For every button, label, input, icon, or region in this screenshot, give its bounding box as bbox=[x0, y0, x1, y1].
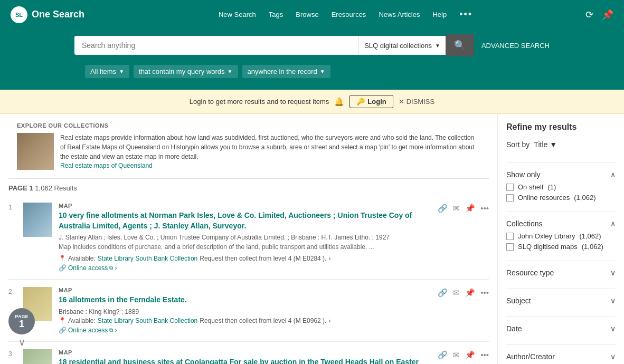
thumbnail-image bbox=[23, 349, 52, 364]
resource-type-title: Resource type bbox=[506, 269, 554, 277]
nav-tags[interactable]: Tags bbox=[269, 11, 283, 18]
sort-value-selector[interactable]: Title ▼ bbox=[534, 140, 557, 149]
online-resources-label: Online resources bbox=[518, 194, 570, 202]
slq-digitised-count: (1,062) bbox=[582, 243, 603, 251]
right-sidebar: Refine my results Sort by Title ▼ Show o… bbox=[497, 114, 624, 364]
explore-title: EXPLORE OUR COLLECTIONS bbox=[17, 122, 480, 129]
dismiss-button[interactable]: ✕ DISMISS bbox=[399, 98, 434, 106]
login-button[interactable]: 🔑 Login bbox=[349, 95, 393, 108]
nav-eresources[interactable]: Eresources bbox=[332, 11, 366, 18]
date-header[interactable]: Date ∨ bbox=[506, 324, 616, 333]
app-title: One Search bbox=[32, 9, 84, 20]
share-icon[interactable]: 🔗 bbox=[438, 204, 448, 213]
more-icon[interactable]: ••• bbox=[480, 350, 489, 359]
link-icon: 🔗 bbox=[59, 327, 67, 334]
nav-more-button[interactable]: ••• bbox=[459, 9, 472, 20]
header: SL One Search New Search Tags Browse Ere… bbox=[0, 0, 624, 29]
history-icon[interactable]: ⟳ bbox=[585, 9, 593, 21]
search-button[interactable]: 🔍 bbox=[446, 34, 474, 56]
slq-digitised-checkbox[interactable] bbox=[506, 243, 514, 251]
result-thumbnail bbox=[23, 203, 52, 237]
more-icon[interactable]: ••• bbox=[480, 288, 489, 297]
result-title[interactable]: 10 very fine allotments at Norman Park I… bbox=[59, 210, 431, 231]
show-only-header[interactable]: Show only ∧ bbox=[506, 170, 616, 179]
sort-section: Sort by Title ▼ bbox=[506, 140, 616, 163]
result-actions: 🔗 ✉ 📌 ••• bbox=[438, 203, 489, 272]
on-shelf-checkbox[interactable] bbox=[506, 184, 514, 191]
advanced-search-link[interactable]: ADVANCED SEARCH bbox=[481, 42, 550, 50]
subject-header[interactable]: Subject ∨ bbox=[506, 296, 616, 305]
page-nav-down-arrow[interactable]: ∨ bbox=[18, 337, 25, 348]
filter-items-select[interactable]: All items ▼ bbox=[85, 65, 129, 78]
author-toggle[interactable]: ∨ bbox=[610, 352, 616, 361]
page-nav[interactable]: PAGE 1 bbox=[8, 308, 35, 334]
show-only-toggle[interactable]: ∧ bbox=[610, 170, 616, 179]
table-row: 3 MAP 18 residential and business sites … bbox=[8, 342, 489, 364]
share-icon[interactable]: 🔗 bbox=[438, 288, 448, 298]
login-icon-btn: 🔑 bbox=[356, 98, 365, 106]
nav-new-search[interactable]: New Search bbox=[219, 11, 256, 18]
online-arrow: › bbox=[115, 264, 117, 272]
nav-browse[interactable]: Browse bbox=[296, 11, 318, 18]
on-shelf-label: On shelf bbox=[518, 183, 543, 191]
subject-section: Subject ∨ bbox=[506, 296, 616, 317]
avail-arrow: › bbox=[328, 255, 330, 262]
search-box: SLQ digital collections ▼ bbox=[74, 36, 446, 55]
table-row: 2 MAP 16 allotments in the Ferndale Esta… bbox=[8, 280, 489, 342]
author-header[interactable]: Author/Creator ∨ bbox=[506, 352, 616, 361]
search-collection-selector[interactable]: SLQ digital collections ▼ bbox=[358, 36, 446, 55]
online-access[interactable]: 🔗 Online access ⧉ › bbox=[59, 327, 431, 334]
online-arrow: › bbox=[115, 327, 117, 334]
show-only-title: Show only bbox=[506, 170, 541, 179]
explore-text-area: Real estate maps provide information abo… bbox=[60, 133, 480, 170]
result-title[interactable]: 18 residential and business sites at Coo… bbox=[59, 357, 431, 364]
thumbnail-image bbox=[23, 203, 52, 237]
date-section: Date ∨ bbox=[506, 324, 616, 345]
collections-toggle[interactable]: ∧ bbox=[610, 219, 616, 228]
more-icon[interactable]: ••• bbox=[480, 204, 489, 213]
resource-type-header[interactable]: Resource type ∨ bbox=[506, 269, 616, 277]
email-icon[interactable]: ✉ bbox=[453, 288, 460, 298]
sort-label: Sort by bbox=[506, 140, 530, 149]
show-only-section: Show only ∧ On shelf (1) Online resource… bbox=[506, 170, 616, 212]
email-icon[interactable]: ✉ bbox=[453, 204, 460, 213]
john-oxley-checkbox[interactable] bbox=[506, 233, 514, 240]
john-oxley-count: (1,062) bbox=[579, 232, 601, 240]
result-content: MAP 10 very fine allotments at Norman Pa… bbox=[59, 203, 431, 272]
date-toggle[interactable]: ∨ bbox=[610, 324, 616, 333]
date-title: Date bbox=[506, 324, 522, 333]
on-shelf-count: (1) bbox=[547, 183, 556, 191]
results-area: EXPLORE OUR COLLECTIONS Real estate maps… bbox=[0, 114, 497, 364]
resource-type-section: Resource type ∨ bbox=[506, 269, 616, 289]
filter-2-arrow: ▼ bbox=[228, 69, 233, 74]
availability-collection-link[interactable]: State Library South Bank Collection bbox=[98, 317, 197, 324]
table-row: 1 MAP 10 very fine allotments at Norman … bbox=[8, 195, 489, 280]
subject-toggle[interactable]: ∨ bbox=[610, 296, 616, 305]
result-description: Map includes conditions of purchase, and… bbox=[59, 243, 431, 252]
collections-header[interactable]: Collections ∧ bbox=[506, 219, 616, 228]
explore-link[interactable]: Real estate maps of Queensland bbox=[60, 162, 153, 169]
filter-record-select[interactable]: anywhere in the record ▼ bbox=[242, 65, 330, 78]
explore-description: Real estate maps provide information abo… bbox=[60, 133, 480, 161]
availability-pin-icon: 📍 bbox=[59, 317, 66, 324]
filter-query-select[interactable]: that contain my query words ▼ bbox=[134, 65, 238, 78]
online-resources-checkbox[interactable] bbox=[506, 194, 514, 202]
sort-row: Sort by Title ▼ bbox=[506, 140, 616, 149]
explore-content: EXPLORE OUR COLLECTIONS Real estate maps… bbox=[17, 122, 480, 170]
result-title[interactable]: 16 allotments in the Ferndale Estate. bbox=[59, 295, 431, 305]
search-input[interactable] bbox=[74, 36, 358, 55]
result-number: 1 bbox=[8, 203, 17, 272]
filter-3-arrow: ▼ bbox=[320, 69, 325, 74]
resource-type-toggle[interactable]: ∨ bbox=[610, 269, 616, 277]
pin-icon[interactable]: 📌 bbox=[602, 9, 613, 21]
bookmark-icon[interactable]: 📌 bbox=[465, 350, 475, 360]
online-access[interactable]: 🔗 Online access ⧉ › bbox=[59, 264, 431, 272]
share-icon[interactable]: 🔗 bbox=[438, 350, 448, 360]
bookmark-icon[interactable]: 📌 bbox=[465, 204, 475, 213]
bookmark-icon[interactable]: 📌 bbox=[465, 288, 475, 298]
email-icon[interactable]: ✉ bbox=[453, 350, 460, 360]
availability-collection-link[interactable]: State Library South Bank Collection bbox=[98, 255, 197, 262]
nav-news-articles[interactable]: News Articles bbox=[379, 11, 420, 18]
nav-help[interactable]: Help bbox=[432, 11, 447, 18]
explore-image bbox=[17, 133, 54, 170]
